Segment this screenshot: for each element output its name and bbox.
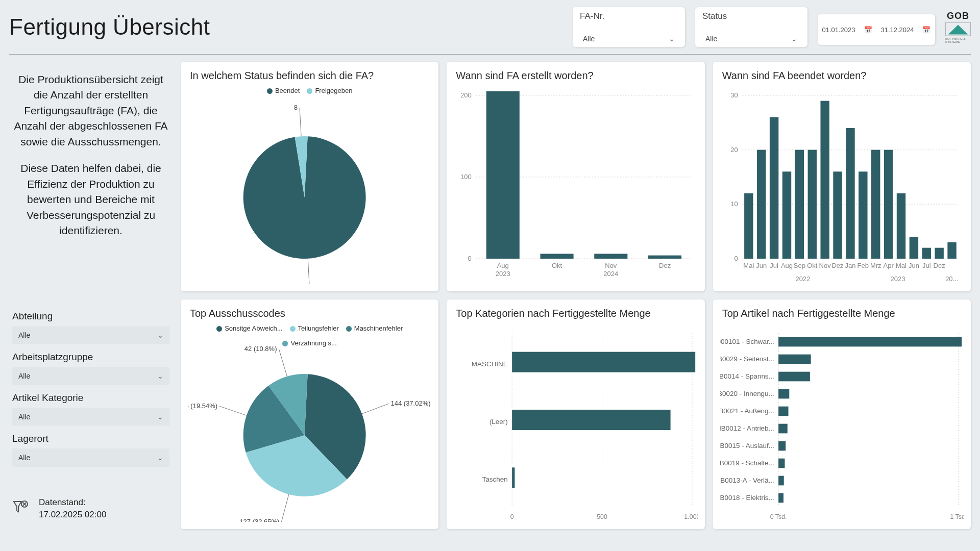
card-title: Top Kategorien nach Fertiggestellte Meng… (456, 308, 695, 319)
svg-text:76 (19.54%): 76 (19.54%) (188, 402, 217, 410)
svg-line-2 (308, 259, 308, 265)
svg-text:0: 0 (734, 255, 738, 262)
svg-text:144 (37.02%): 144 (37.02%) (391, 399, 431, 407)
fa-nr-label: FA-Nr. (580, 11, 678, 21)
svg-rect-113 (778, 476, 784, 486)
svg-rect-15 (541, 254, 574, 259)
svg-text:8: 8 (294, 104, 298, 111)
svg-line-5 (301, 130, 301, 136)
finished-bar-chart[interactable]: 0102030MaiJunJulAugSepOktNovDezJanFebMrz… (720, 90, 964, 284)
svg-text:Jul: Jul (922, 262, 931, 269)
svg-text:2024: 2024 (604, 270, 619, 277)
svg-rect-48 (947, 242, 956, 259)
svg-rect-34 (770, 117, 778, 259)
svg-text:500: 500 (597, 513, 607, 520)
svg-text:232: 232 (311, 283, 323, 284)
header-bar: Fertigung Übersicht FA-Nr. Alle ⌄ Status… (9, 4, 971, 55)
svg-text:2023: 2023 (496, 270, 510, 277)
abteilung-dropdown[interactable]: Alle ⌄ (12, 326, 169, 344)
svg-text:Nov: Nov (605, 262, 618, 269)
svg-text:MB0020 - Innengu...: MB0020 - Innengu... (720, 390, 774, 397)
svg-text:Jan: Jan (845, 262, 855, 269)
svg-rect-14 (486, 91, 520, 259)
legend-item: Teilungsfehler (290, 324, 339, 332)
svg-text:Mrz: Mrz (870, 262, 881, 269)
svg-rect-99 (778, 355, 811, 364)
artikel-dropdown[interactable]: Alle ⌄ (12, 408, 169, 426)
svg-line-76 (219, 406, 241, 413)
svg-text:MB0013-A - Verlä...: MB0013-A - Verlä... (720, 477, 774, 484)
svg-text:Mai: Mai (896, 262, 906, 269)
fa-nr-dropdown[interactable]: FA-Nr. Alle ⌄ (573, 7, 685, 47)
chevron-down-icon: ⌄ (157, 331, 163, 339)
logo-sub: SOFTWARE & SYSTEME (945, 37, 971, 43)
articles-bar-chart[interactable]: 0 Tsd.1 Tsd.A000101 - Schwar...MB0029 - … (720, 328, 964, 522)
svg-text:0 Tsd.: 0 Tsd. (770, 513, 787, 520)
stamp-label: Datenstand: (39, 496, 106, 509)
svg-text:Aug: Aug (781, 262, 793, 269)
categories-bar-chart[interactable]: 05001.000MASCHINE(Leer)Taschen (454, 328, 697, 522)
filter-label: Lagerort (12, 433, 169, 444)
filter-label: Abteilung (12, 311, 169, 322)
svg-text:20...: 20... (945, 276, 958, 282)
svg-text:Feb: Feb (857, 262, 868, 269)
svg-text:20: 20 (730, 146, 738, 153)
svg-rect-16 (595, 254, 628, 259)
calendar-icon: 📅 (864, 26, 872, 34)
svg-rect-43 (884, 150, 893, 259)
chevron-down-icon: ⌄ (157, 372, 163, 380)
status-pie-chart[interactable]: 2328 (188, 101, 431, 284)
svg-rect-38 (820, 101, 829, 259)
svg-text:MB0012 - Antrieb...: MB0012 - Antrieb... (720, 424, 774, 432)
svg-rect-101 (778, 372, 810, 382)
svg-rect-35 (782, 171, 791, 259)
card-title: Top Artikel nach Fertiggestellte Menge (722, 308, 962, 319)
finished-bar-card: Wann sind FA beendet worden? 0102030MaiJ… (713, 62, 971, 291)
svg-line-79 (279, 349, 285, 370)
svg-text:Okt: Okt (552, 262, 562, 269)
status-label: Status (702, 11, 800, 21)
svg-rect-105 (778, 407, 788, 416)
card-title: Top Ausschusscodes (190, 308, 429, 319)
svg-rect-40 (846, 128, 854, 259)
svg-rect-89 (512, 410, 670, 430)
date-from: 01.01.2023 (822, 26, 855, 34)
svg-rect-37 (807, 150, 816, 259)
svg-rect-103 (778, 389, 789, 399)
description-p1: Die Produktionsübersicht zeigt die Anzah… (12, 72, 169, 149)
arbeitsplatz-dropdown[interactable]: Alle ⌄ (12, 367, 169, 385)
svg-line-73 (281, 500, 287, 522)
scrap-pie-chart[interactable]: 144 (37.02%)127 (32.65%)76 (19.54%)42 (1… (188, 338, 431, 522)
status-dropdown[interactable]: Status Alle ⌄ (695, 7, 807, 47)
articles-bar-card: Top Artikel nach Fertiggestellte Menge 0… (713, 299, 971, 529)
svg-rect-36 (795, 150, 803, 259)
created-bar-card: Wann sind FA erstellt worden? 0100200Aug… (447, 62, 704, 291)
svg-text:MB0018 - Elektris...: MB0018 - Elektris... (720, 494, 774, 502)
svg-text:Okt: Okt (807, 262, 818, 269)
created-bar-chart[interactable]: 0100200Aug2023OktNov2024Dez (454, 90, 697, 284)
svg-rect-39 (833, 171, 842, 259)
svg-rect-44 (896, 193, 905, 259)
svg-text:MB0029 - Seitenst...: MB0029 - Seitenst... (720, 355, 774, 363)
lagerort-dropdown[interactable]: Alle ⌄ (12, 448, 169, 467)
dashboard-grid: Die Produktionsübersicht zeigt die Anzah… (9, 62, 971, 529)
card-title: Wann sind FA erstellt worden? (456, 70, 695, 82)
svg-rect-41 (859, 171, 867, 259)
chevron-down-icon: ⌄ (157, 454, 163, 462)
svg-rect-97 (778, 337, 962, 347)
svg-text:2023: 2023 (890, 276, 905, 282)
fa-nr-value: Alle (583, 35, 595, 43)
clear-filter-icon[interactable] (12, 499, 30, 518)
svg-text:MASCHINE: MASCHINE (472, 360, 508, 368)
legend-item: Maschinenfehler (346, 324, 403, 332)
svg-text:Nov: Nov (819, 262, 831, 269)
chevron-down-icon: ⌄ (791, 35, 797, 43)
legend-item: Sonsitge Abweich... (216, 324, 282, 332)
date-range-picker[interactable]: 01.01.2023 📅 31.12.2024 📅 (818, 14, 935, 45)
legend: Beendet Freigegeben (190, 87, 429, 94)
stamp-value: 17.02.2025 02:00 (39, 509, 106, 521)
svg-text:Jun: Jun (909, 262, 919, 269)
legend-item: Freigegeben (307, 87, 352, 94)
svg-rect-115 (778, 493, 783, 503)
svg-text:Sep: Sep (793, 262, 805, 269)
